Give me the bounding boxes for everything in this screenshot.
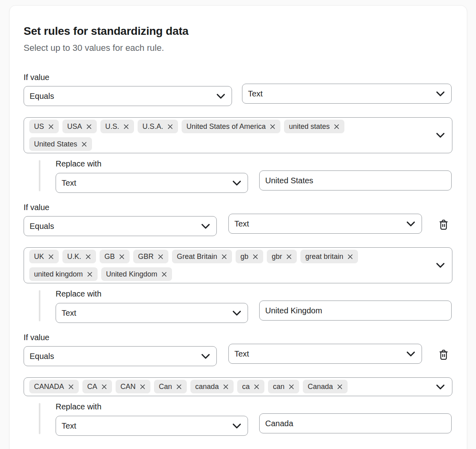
tag-list: UK U.K. GB GBR Great Britain gb gbr grea…: [24, 248, 452, 283]
value-tag: U.S.: [100, 120, 134, 133]
condition-select-value: Equals: [30, 352, 54, 361]
trash-icon: [438, 219, 449, 231]
remove-tag-button[interactable]: [85, 253, 91, 260]
remove-tag-button[interactable]: [86, 271, 93, 277]
remove-tag-button[interactable]: [288, 383, 294, 390]
remove-tag-button[interactable]: [161, 271, 167, 277]
value-tag: UK: [29, 250, 59, 263]
value-tag: Great Britain: [172, 250, 232, 263]
value-type-select-value: Text: [234, 349, 249, 359]
remove-tag-button[interactable]: [157, 253, 164, 260]
chevron-down-icon: [436, 91, 445, 96]
values-multiselect[interactable]: US USA U.S. U.S.A. United States of Amer…: [24, 117, 452, 153]
value-tag: gbr: [267, 250, 297, 263]
value-type-select-value: Text: [248, 89, 263, 98]
chevron-down-icon: [216, 93, 225, 99]
remove-tag-button[interactable]: [48, 123, 54, 130]
replace-value-input[interactable]: [259, 301, 452, 321]
value-tag: CANADA: [29, 380, 79, 393]
replace-type-select-value: Text: [62, 309, 76, 318]
chevron-down-icon: [232, 180, 241, 186]
chevron-down-icon: [201, 353, 210, 359]
remove-tag-button[interactable]: [68, 383, 74, 390]
value-tag: canada: [190, 380, 234, 393]
remove-tag-button[interactable]: [123, 123, 129, 130]
value-tag: GB: [100, 250, 130, 263]
value-tag: ca: [237, 380, 264, 393]
rule-section-3: If value Equals Text CANADA CA CAN Can c…: [24, 333, 452, 436]
remove-tag-button[interactable]: [221, 253, 227, 260]
delete-rule-button[interactable]: [437, 348, 450, 361]
value-tag: Canada: [303, 380, 348, 393]
rule-section-1: If value Equals Text US USA U.S. U.S.A. …: [24, 73, 452, 193]
remove-tag-button[interactable]: [269, 123, 276, 130]
replace-type-select-value: Text: [62, 178, 76, 188]
values-multiselect[interactable]: CANADA CA CAN Can canada ca can Canada: [24, 377, 452, 396]
replace-with-block: Replace with Text: [24, 289, 452, 323]
value-tag: GBR: [133, 250, 168, 263]
value-tag: United Kingdom: [101, 267, 172, 281]
value-tag: gb: [236, 250, 263, 263]
replace-value-input[interactable]: [259, 413, 452, 433]
value-tag: can: [268, 380, 299, 393]
value-tag: USA: [62, 120, 97, 133]
chevron-down-icon: [406, 221, 415, 227]
trash-icon: [438, 349, 449, 361]
indent-bar: [39, 160, 40, 191]
remove-tag-button[interactable]: [286, 253, 292, 260]
values-multiselect[interactable]: UK U.K. GB GBR Great Britain gb gbr grea…: [24, 247, 452, 283]
remove-tag-button[interactable]: [48, 253, 54, 260]
condition-select[interactable]: Equals: [24, 216, 217, 236]
if-value-label: If value: [24, 73, 452, 82]
remove-tag-button[interactable]: [86, 123, 92, 130]
value-tag: U.K.: [62, 250, 96, 263]
chevron-down-icon: [232, 310, 241, 316]
value-tag: Can: [154, 380, 187, 393]
value-type-select[interactable]: Text: [242, 84, 452, 104]
value-type-select-value: Text: [234, 219, 249, 229]
remove-tag-button[interactable]: [347, 253, 353, 260]
chevron-down-icon: [232, 423, 241, 429]
remove-tag-button[interactable]: [139, 383, 146, 390]
value-tag: CA: [82, 380, 112, 393]
replace-value-input[interactable]: [259, 170, 452, 190]
indent-bar: [39, 290, 40, 321]
replace-with-block: Replace with Text: [24, 402, 452, 436]
remove-tag-button[interactable]: [252, 253, 258, 260]
chevron-down-icon: [436, 384, 445, 389]
remove-tag-button[interactable]: [336, 383, 343, 390]
condition-select-value: Equals: [30, 222, 54, 231]
delete-rule-button[interactable]: [437, 218, 450, 231]
remove-tag-button[interactable]: [253, 383, 260, 390]
value-tag: CAN: [116, 380, 150, 393]
page-title: Set rules for standardizing data: [24, 24, 452, 38]
remove-tag-button[interactable]: [222, 383, 229, 390]
replace-type-select-value: Text: [62, 421, 76, 431]
chevron-down-icon: [436, 263, 445, 268]
remove-tag-button[interactable]: [167, 123, 173, 130]
remove-tag-button[interactable]: [118, 253, 125, 260]
replace-type-select[interactable]: Text: [56, 173, 248, 193]
remove-tag-button[interactable]: [101, 383, 107, 390]
replace-with-label: Replace with: [56, 159, 452, 168]
remove-tag-button[interactable]: [333, 123, 340, 130]
chevron-down-icon: [406, 351, 415, 357]
replace-type-select[interactable]: Text: [56, 303, 248, 323]
value-tag: great britain: [300, 250, 358, 263]
value-tag: united kingdom: [29, 267, 98, 281]
chevron-down-icon: [436, 133, 445, 138]
replace-type-select[interactable]: Text: [56, 416, 248, 436]
value-tag: united states: [284, 120, 344, 133]
remove-tag-button[interactable]: [81, 141, 87, 147]
if-value-label: If value: [24, 333, 452, 342]
replace-with-label: Replace with: [56, 402, 452, 411]
condition-select[interactable]: Equals: [24, 346, 217, 366]
remove-tag-button[interactable]: [176, 383, 182, 390]
condition-select[interactable]: Equals: [24, 86, 232, 106]
page-subtitle: Select up to 30 values for each rule.: [24, 43, 452, 53]
tag-list: CANADA CA CAN Can canada ca can Canada: [24, 378, 452, 395]
value-type-select[interactable]: Text: [228, 214, 422, 234]
tag-list: US USA U.S. U.S.A. United States of Amer…: [24, 118, 452, 153]
value-type-select[interactable]: Text: [228, 344, 422, 364]
condition-select-value: Equals: [30, 92, 54, 101]
